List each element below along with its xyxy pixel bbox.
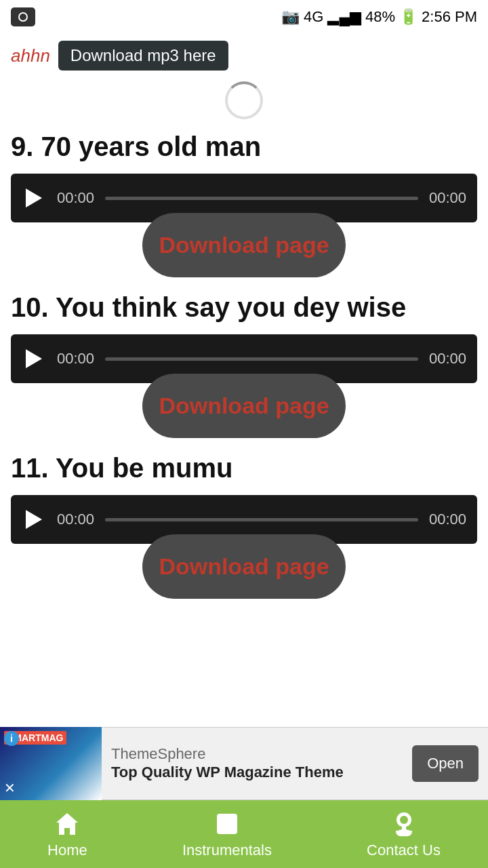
ad-banner: i SMARTMAG ✕ ThemeSphere Top Quality WP …: [0, 727, 488, 800]
time-end-9: 00:00: [429, 189, 466, 207]
play-button-11[interactable]: [22, 507, 46, 532]
play-icon-9: [26, 189, 42, 208]
top-link-ahhn[interactable]: ahhn: [11, 45, 50, 66]
ad-info: ThemeSphere Top Quality WP Magazine Them…: [102, 738, 412, 789]
download-button-11[interactable]: Download page: [142, 534, 346, 599]
download-label-10: Download page: [159, 393, 329, 418]
play-icon-10: [26, 349, 42, 368]
top-bar: ahhn Download mp3 here: [0, 34, 488, 77]
time-end-11: 00:00: [429, 511, 466, 528]
instrumentals-icon: [212, 809, 242, 839]
nav-item-instrumentals[interactable]: Instrumentals: [182, 809, 272, 859]
progress-bar-9[interactable]: [105, 197, 418, 200]
download-button-9[interactable]: Download page: [142, 213, 346, 277]
signal-bars: ▂▄▆: [327, 8, 361, 26]
bottom-nav: Home Instrumentals Contact Us: [0, 800, 488, 868]
top-link-download-mp3[interactable]: Download mp3 here: [58, 41, 228, 71]
status-right: 📷 4G ▂▄▆ 48% 🔋 2:56 PM: [281, 8, 477, 26]
status-bar: 📷 4G ▂▄▆ 48% 🔋 2:56 PM: [0, 0, 488, 34]
nav-label-contact: Contact Us: [367, 842, 441, 859]
home-icon: [52, 809, 82, 839]
download-label-9: Download page: [159, 232, 329, 258]
nav-label-home: Home: [47, 842, 87, 859]
track-9-title: 9. 70 years old man: [11, 130, 477, 163]
progress-bar-11[interactable]: [105, 518, 418, 521]
nav-item-home[interactable]: Home: [47, 809, 87, 859]
download-label-11: Download page: [159, 553, 329, 579]
track-10-title: 10. You think say you dey wise: [11, 291, 477, 323]
signal-4g: 4G: [304, 8, 323, 26]
ad-description: Top Quality WP Magazine Theme: [111, 763, 403, 783]
progress-bar-10[interactable]: [105, 357, 418, 361]
svg-point-4: [400, 816, 408, 824]
time-start-10: 00:00: [57, 350, 94, 368]
play-button-10[interactable]: [22, 347, 46, 371]
svg-rect-1: [217, 814, 237, 834]
sim-icon: 📷: [281, 8, 300, 26]
status-left: [11, 7, 35, 26]
time-end-10: 00:00: [429, 350, 466, 368]
svg-marker-0: [56, 813, 78, 835]
clock: 2:56 PM: [422, 8, 477, 26]
time-start-11: 00:00: [57, 511, 94, 528]
loading-spinner: [225, 81, 263, 119]
svg-point-7: [406, 826, 410, 830]
play-button-9[interactable]: [22, 186, 46, 210]
download-button-10[interactable]: Download page: [142, 374, 346, 438]
battery-percent: 48%: [365, 8, 395, 26]
track-11-title: 11. You be mumu: [11, 452, 477, 484]
contact-icon: [389, 809, 419, 839]
ad-open-button[interactable]: Open: [412, 745, 479, 782]
play-icon-11: [26, 510, 42, 529]
ad-image: i SMARTMAG ✕: [0, 727, 102, 800]
ad-info-icon[interactable]: i: [4, 731, 19, 746]
ad-close-button[interactable]: ✕: [4, 780, 16, 796]
nav-label-instrumentals: Instrumentals: [182, 842, 272, 859]
loading-spinner-area: [0, 77, 488, 121]
battery-icon: 🔋: [399, 8, 418, 26]
content-area: 9. 70 years old man 00:00 00:00 Download…: [0, 130, 488, 748]
time-start-9: 00:00: [57, 189, 94, 207]
ad-title: ThemeSphere: [111, 745, 403, 763]
nav-item-contact[interactable]: Contact Us: [367, 809, 441, 859]
svg-point-6: [398, 826, 402, 830]
camera-icon: [11, 7, 35, 26]
